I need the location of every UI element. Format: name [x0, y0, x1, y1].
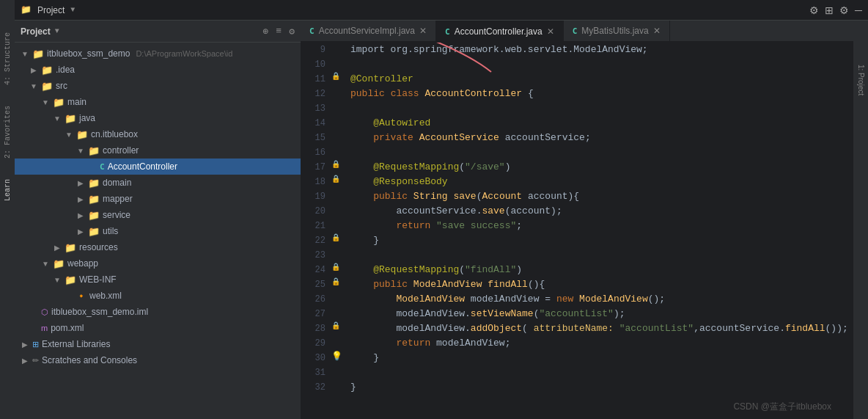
tree-item-extlibs[interactable]: ▶ ⊞ External Libraries [15, 336, 301, 352]
tree-item-webapp[interactable]: ▼ 📁 webapp [15, 255, 301, 272]
tree-item-label: WEB-INF [79, 274, 117, 285]
right-tab-project[interactable]: 1: Project [857, 65, 865, 95]
editor-container: 9 10 11 12 13 14 15 16 17 18 19 20 21 22 [301, 43, 853, 419]
expand-icon: ▶ [21, 340, 29, 349]
expand-icon: ▼ [21, 50, 29, 58]
project-chevron: ▼ [55, 27, 59, 35]
tree-item-package[interactable]: ▼ 📁 cn.itbluebox [15, 126, 301, 142]
expand-icon: ▼ [41, 260, 50, 268]
settings-icon[interactable]: ⚙ [289, 26, 295, 37]
expand-icon: ▼ [76, 147, 85, 155]
left-tab-structure[interactable]: 4: Structure [2, 29, 13, 88]
tree-item-accountcontroller[interactable]: C AccountController [15, 159, 301, 175]
tree-item-label: webapp [67, 258, 98, 269]
expand-icon: ▶ [21, 357, 29, 365]
gutter-lock-24: 🔒 [331, 263, 340, 272]
tab-label: AccountController.java [455, 26, 542, 37]
folder-icon: 📁 [65, 274, 76, 285]
tab-mybatisutils[interactable]: C MyBatisUtils.java ✕ [564, 21, 670, 41]
tree-item-label: java [79, 113, 95, 123]
watermark: CSDN @蓝盒子itbluebox [733, 401, 831, 413]
folder-icon: 📁 [88, 194, 100, 205]
expand-icon: ▶ [76, 195, 85, 203]
tree-item-label: resources [79, 242, 118, 252]
gutter-lock-30: 🔒 [331, 321, 340, 330]
expand-icon: ▼ [65, 131, 73, 139]
expand-icon: ▶ [76, 211, 85, 219]
collapse-icon[interactable]: ≡ [276, 26, 282, 37]
project-header: Project ▼ ⊕ ≡ ⚙ [15, 21, 301, 43]
left-tab-learn[interactable]: Learn [2, 176, 13, 204]
title-chevron: ▼ [70, 6, 75, 14]
tree-item-controller[interactable]: ▼ 📁 controller [15, 142, 301, 159]
title-bar-controls: ⚙ ⊞ ⚙ ─ [809, 4, 862, 16]
project-title: Project [21, 26, 51, 37]
tree-item-main[interactable]: ▼ 📁 main [15, 94, 301, 110]
tree-item-label: Scratches and Consoles [42, 355, 137, 365]
folder-icon: 📁 [65, 242, 76, 253]
expand-icon: ▼ [53, 276, 62, 284]
project-toolbar: ⊕ ≡ ⚙ [263, 26, 295, 37]
java-file-icon: C [100, 162, 105, 172]
title-bar-text: Project [37, 5, 65, 15]
code-editor[interactable]: 9 10 11 12 13 14 15 16 17 18 19 20 21 22 [301, 43, 853, 419]
gear-icon[interactable]: ⚙ [809, 4, 819, 16]
project-icon: 📁 [21, 4, 32, 15]
expand-icon: ▶ [29, 66, 38, 74]
java-tab-icon: C [445, 27, 450, 37]
editor-area: C AccountServiceImpl.java ✕ C AccountCon… [301, 21, 853, 419]
code-pre: import org.springframework.web.servlet.M… [350, 43, 847, 395]
gutter-lock-17: 🔒 [331, 160, 340, 169]
tree-item-label: itbluebox_ssm_demo [47, 48, 130, 59]
tree-item-label: External Libraries [42, 339, 110, 349]
tab-close-icon[interactable]: ✕ [419, 26, 427, 36]
file-tree: ▼ 📁 itbluebox_ssm_demo D:\AProgramWorkSp… [15, 43, 301, 419]
settings-icon[interactable]: ⚙ [839, 4, 849, 16]
tree-item-root[interactable]: ▼ 📁 itbluebox_ssm_demo D:\AProgramWorkSp… [15, 45, 301, 62]
folder-icon: 📁 [32, 48, 44, 59]
tree-item-idea[interactable]: ▶ 📁 .idea [15, 62, 301, 78]
code-content[interactable]: import org.springframework.web.servlet.M… [345, 43, 853, 419]
folder-icon: 📁 [88, 178, 100, 189]
tab-accountcontroller[interactable]: C AccountController.java ✕ [436, 21, 564, 41]
java-tab-icon: C [573, 26, 578, 36]
gutter: 🔒 🔒 🔒 🔒 🔒 🔒 🔒 💡 [331, 43, 345, 419]
scratch-icon: ✏ [32, 356, 39, 365]
tree-item-domain[interactable]: ▶ 📁 domain [15, 175, 301, 191]
tab-accountserviceimpl[interactable]: C AccountServiceImpl.java ✕ [301, 21, 436, 41]
tree-item-label: itbluebox_ssm_demo.iml [51, 307, 148, 317]
tree-item-webinf[interactable]: ▼ 📁 WEB-INF [15, 272, 301, 288]
left-panel-tabs: 4: Structure 2: Favorites Learn [0, 0, 15, 419]
minimize-icon[interactable]: ─ [855, 4, 862, 16]
tree-item-src[interactable]: ▼ 📁 src [15, 78, 301, 94]
xml-file-icon: 🔸 [76, 291, 87, 301]
tree-item-webxml[interactable]: 🔸 web.xml [15, 288, 301, 304]
tree-item-resources[interactable]: ▶ 📁 resources [15, 239, 301, 255]
folder-icon: 📁 [41, 65, 53, 76]
folder-icon: 📁 [88, 226, 100, 237]
tree-item-scratches[interactable]: ▶ ✏ Scratches and Consoles [15, 352, 301, 368]
line-numbers: 9 10 11 12 13 14 15 16 17 18 19 20 21 22 [301, 43, 331, 419]
locate-icon[interactable]: ⊕ [263, 26, 269, 37]
tree-item-label: cn.itbluebox [91, 129, 138, 139]
main-layout: 📁 Project ▼ ⚙ ⊞ ⚙ ─ Project ▼ ⊕ ≡ ⚙ [15, 0, 868, 419]
tree-item-java[interactable]: ▼ 📁 java [15, 110, 301, 126]
folder-icon: 📁 [88, 145, 100, 156]
gutter-lock-11: 🔒 [331, 72, 340, 81]
gutter-bulb-29[interactable]: 💡 [331, 351, 342, 362]
left-tab-favorites[interactable]: 2: Favorites [2, 103, 13, 161]
folder-icon: 📁 [53, 97, 65, 108]
tree-item-iml[interactable]: ⬡ itbluebox_ssm_demo.iml [15, 304, 301, 320]
tree-item-service[interactable]: ▶ 📁 service [15, 207, 301, 223]
tree-item-label: mapper [103, 194, 133, 204]
tree-item-mapper[interactable]: ▶ 📁 mapper [15, 191, 301, 207]
tree-item-utils[interactable]: ▶ 📁 utils [15, 223, 301, 239]
tree-item-pom[interactable]: m pom.xml [15, 320, 301, 336]
tab-close-icon[interactable]: ✕ [653, 26, 661, 36]
expand-icon: ▶ [76, 227, 85, 236]
expand-icon: ▶ [53, 244, 62, 252]
folder-icon: 📁 [41, 81, 53, 92]
iml-file-icon: ⬡ [41, 307, 48, 317]
tab-close-icon[interactable]: ✕ [547, 26, 554, 37]
layout-icon[interactable]: ⊞ [825, 4, 834, 16]
